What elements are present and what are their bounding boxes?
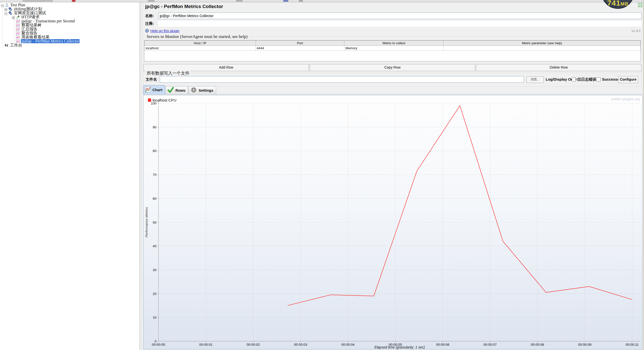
svg-text:Elapsed time (granularity: 1 s: Elapsed time (granularity: 1 sec)	[374, 345, 425, 349]
listener-chart-icon	[16, 19, 20, 23]
filename-input[interactable]	[160, 76, 524, 83]
tree-node[interactable]: 官网首页接口测试	[0, 11, 140, 15]
comment-input[interactable]	[158, 21, 641, 27]
tree-node-label[interactable]: 用表格察看结果	[21, 35, 50, 39]
delete-row-button[interactable]: Delete Row	[476, 64, 641, 71]
servers-table[interactable]: Host / IPPortMetric to collectMetric par…	[144, 40, 641, 61]
table-cell[interactable]: Memory	[344, 46, 444, 51]
tree-node-label[interactable]: 汇总报告	[21, 27, 38, 31]
svg-text:Performance Metrics: Performance Metrics	[145, 207, 148, 237]
listener-chart-icon	[16, 23, 20, 27]
test-plan-tree: Test Planzhifeng测试计划官网首页接口测试HTTP请求jp@gc …	[0, 2, 140, 350]
svg-text:10: 10	[153, 316, 156, 319]
tree-node[interactable]: jp@gc - PerfMon Metrics Collector	[0, 39, 140, 43]
help-row: i Help on this plugin v1.4.0	[143, 28, 643, 34]
tree-node[interactable]: jp@gc - Transactions per Second	[0, 19, 140, 23]
table-cell[interactable]: localhost	[145, 46, 256, 51]
tree-node[interactable]: 用表格察看结果	[0, 35, 140, 39]
add-row-button[interactable]: Add Row	[143, 64, 309, 71]
tab-settings-label: Settings	[198, 88, 213, 92]
perfmon-collector-panel: jp@gc - PerfMon Metrics Collector 名称: 注释…	[143, 2, 643, 350]
toolbar-remnant	[0, 0, 644, 2]
tree-node-label[interactable]: 工作台	[10, 43, 23, 47]
tab-rows-label: Rows	[175, 88, 185, 92]
tree-node[interactable]: 工作台	[0, 43, 140, 47]
tree-toggle-plus-icon[interactable]	[12, 16, 15, 19]
listener-chart-icon	[16, 31, 20, 35]
view-tabs: Chart Rows Settings	[143, 85, 217, 94]
svg-text:jmeter-plugins.org: jmeter-plugins.org	[611, 97, 640, 101]
tree-node-label[interactable]: jp@gc - PerfMon Metrics Collector	[21, 39, 79, 43]
tree-node-label[interactable]: 聚合报告	[21, 31, 38, 35]
toolbar-fragment	[283, 0, 288, 2]
column-header[interactable]: Metric parameter (see help)	[444, 41, 640, 46]
thread-group-icon	[8, 11, 12, 15]
successes-checkbox[interactable]	[596, 77, 600, 81]
panel-title: jp@gc - PerfMon Metrics Collector	[145, 4, 223, 9]
svg-text:00:00:04: 00:00:04	[341, 343, 355, 346]
svg-text:00:00:11: 00:00:11	[626, 343, 639, 346]
svg-text:00:00:01: 00:00:01	[199, 343, 213, 346]
tree-toggle-plus-icon[interactable]	[5, 8, 7, 11]
table-row[interactable]: localhost4444Memory	[145, 46, 640, 51]
tree-node-label[interactable]: HTTP请求	[21, 15, 40, 19]
tree-node[interactable]: 察看结果树	[0, 23, 140, 27]
plugin-version: v1.4.0	[632, 29, 640, 33]
toolbar-fragment	[299, 0, 303, 2]
tab-rows[interactable]: Rows	[166, 86, 188, 94]
help-on-plugin-link[interactable]: Help on this plugin	[150, 29, 179, 33]
chart-plot: 00:00:0000:00:0100:00:0200:00:0300:00:04…	[143, 95, 642, 349]
errors-only-checkbox[interactable]	[572, 77, 576, 81]
toolbar-fragment	[72, 0, 75, 2]
tree-toggle-minus-icon[interactable]	[5, 12, 7, 15]
tree-node[interactable]: 汇总报告	[0, 27, 140, 31]
svg-text:00:00:06: 00:00:06	[436, 343, 449, 346]
svg-text:20: 20	[153, 292, 156, 296]
perfmon-chart: localhost CPU 00:00:0000:00:0100:00:0200…	[143, 95, 642, 349]
workbench-icon	[5, 43, 9, 47]
tree-node-label[interactable]: zhifeng测试计划	[13, 7, 43, 11]
svg-text:30: 30	[153, 268, 156, 272]
column-header[interactable]: Host / IP	[145, 41, 256, 46]
tree-toggle-minus-icon[interactable]	[1, 4, 4, 7]
servers-to-monitor-group: Servers to Monitor (ServerAgent must be …	[143, 36, 641, 62]
table-cell[interactable]: 4444	[256, 46, 344, 51]
table-cell[interactable]	[444, 46, 640, 51]
svg-text:50: 50	[153, 221, 156, 224]
svg-text:00:00:09: 00:00:09	[578, 343, 591, 346]
tab-chart-label: Chart	[152, 88, 162, 92]
svg-text:80: 80	[153, 149, 156, 153]
tree-node[interactable]: Test Plan	[0, 3, 140, 7]
toolbar-fragment	[236, 0, 243, 2]
name-input[interactable]	[158, 13, 641, 19]
tab-settings[interactable]: Settings	[189, 86, 216, 94]
tree-node[interactable]: HTTP请求	[0, 15, 140, 19]
tree-node-label[interactable]: 官网首页接口测试	[13, 11, 47, 15]
tree-node-label[interactable]: Test Plan	[10, 3, 26, 7]
copy-row-button[interactable]: Copy Row	[310, 64, 475, 71]
tab-chart[interactable]: Chart	[143, 85, 165, 94]
configure-button[interactable]: Configure	[618, 76, 638, 83]
svg-text:40: 40	[153, 244, 156, 248]
panel-splitter[interactable]	[140, 2, 143, 350]
panel-header: jp@gc - PerfMon Metrics Collector	[143, 2, 643, 11]
listener-chart-icon	[16, 35, 20, 39]
info-icon: i	[145, 29, 149, 33]
svg-text:60: 60	[153, 197, 156, 201]
svg-text:00:00:02: 00:00:02	[247, 343, 260, 346]
chart-tab-icon	[145, 86, 151, 93]
jmeter-window: Test Planzhifeng测试计划官网首页接口测试HTTP请求jp@gc …	[0, 0, 644, 350]
tree-node[interactable]: zhifeng测试计划	[0, 7, 140, 11]
tree-node-label[interactable]: jp@gc - Transactions per Second	[21, 19, 75, 23]
tree-node[interactable]: 聚合报告	[0, 31, 140, 35]
servers-group-title: Servers to Monitor (ServerAgent must be …	[146, 34, 249, 39]
filename-label: 文件名	[146, 77, 157, 82]
svg-text:0: 0	[154, 339, 156, 343]
expand-panel-icon[interactable]	[638, 3, 642, 7]
column-header[interactable]: Port	[256, 41, 344, 46]
memory-usage-text: 741MB	[602, 0, 634, 7]
tree-node-label[interactable]: 察看结果树	[21, 23, 42, 27]
column-header[interactable]: Metric to collect	[344, 41, 444, 46]
browse-button[interactable]: 浏览...	[527, 76, 544, 83]
comment-label: 注释:	[145, 21, 154, 26]
